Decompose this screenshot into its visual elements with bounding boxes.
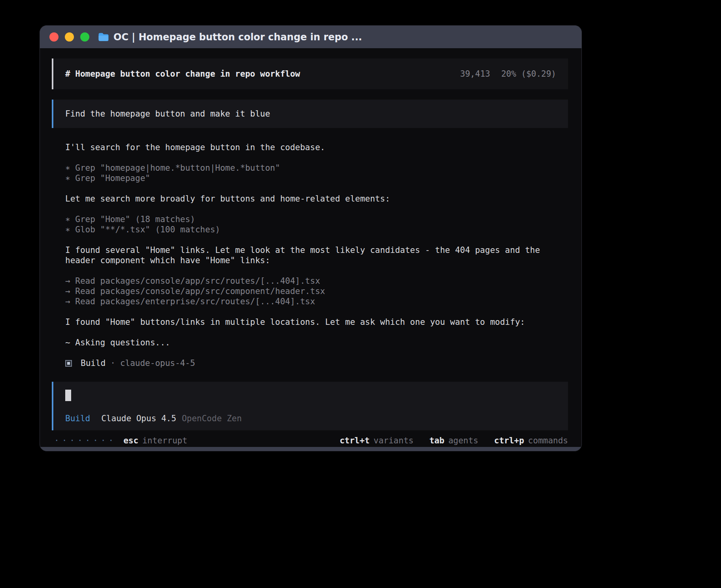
folder-icon — [98, 32, 109, 41]
spinner-dots-icon: ········ — [54, 435, 116, 446]
hint-interrupt: esc interrupt — [123, 435, 187, 446]
text-cursor-block — [65, 390, 71, 401]
hint-agents: tab agents — [429, 435, 478, 446]
hint-label: interrupt — [142, 435, 187, 446]
assistant-text: I'll search for the homepage button in t… — [65, 142, 568, 153]
status-asking-questions: ~ Asking questions... — [65, 337, 568, 348]
window-title: OC | Homepage button color change in rep… — [113, 32, 362, 43]
tool-call-group: ∗ Grep "Home" (18 matches) ∗ Glob "**/*.… — [65, 214, 568, 235]
tool-call-grep: ∗ Grep "homepage|home.*button|Home.*butt… — [65, 163, 568, 173]
terminal-content: # Homepage button color change in repo w… — [40, 48, 581, 447]
hint-label: variants — [374, 435, 413, 446]
tool-call-grep: ∗ Grep "Homepage" — [65, 173, 568, 183]
user-message-text: Find the homepage button and make it blu… — [65, 109, 270, 119]
hint-key: ctrl+t — [340, 435, 370, 446]
close-button[interactable] — [49, 32, 59, 41]
conversation: I'll search for the homepage button in t… — [65, 142, 568, 348]
assistant-text: Let me search more broadly for buttons a… — [65, 194, 568, 204]
user-message: Find the homepage button and make it blu… — [52, 100, 568, 128]
input-provider-label: OpenCode Zen — [182, 414, 242, 423]
hint-commands: ctrl+p commands — [494, 435, 568, 446]
hint-label: commands — [528, 435, 568, 446]
input-mode-label: Build — [65, 414, 90, 423]
session-title: # Homepage button color change in repo w… — [65, 69, 300, 79]
session-stats: 39,413 20% ($0.29) — [460, 69, 556, 79]
session-header: # Homepage button color change in repo w… — [52, 58, 568, 89]
tool-call-glob: ∗ Glob "**/*.tsx" (100 matches) — [65, 224, 568, 235]
context-cost: 20% ($0.29) — [501, 69, 556, 79]
tool-call-read: → Read packages/enterprise/src/routes/[.… — [65, 296, 568, 307]
hint-variants: ctrl+t variants — [340, 435, 413, 446]
tool-call-grep: ∗ Grep "Home" (18 matches) — [65, 214, 568, 224]
agent-status-row: Build · claude-opus-4-5 — [65, 358, 568, 368]
agent-name: Build — [81, 358, 106, 368]
tool-call-read: → Read packages/console/app/src/routes/[… — [65, 276, 568, 286]
window-titlebar[interactable]: OC | Homepage button color change in rep… — [40, 26, 581, 48]
traffic-lights — [49, 32, 89, 41]
tool-call-read: → Read packages/console/app/src/componen… — [65, 286, 568, 296]
hint-key: ctrl+p — [494, 435, 524, 446]
assistant-text: I found several "Home" links. Let me loo… — [65, 245, 568, 266]
token-count: 39,413 — [460, 69, 490, 79]
build-agent-square-icon — [65, 360, 72, 367]
tool-call-group: ∗ Grep "homepage|home.*button|Home.*butt… — [65, 163, 568, 183]
assistant-text: I found "Home" buttons/links in multiple… — [65, 317, 568, 327]
hint-key: esc — [123, 435, 138, 446]
zoom-button[interactable] — [80, 32, 89, 41]
input-model-label: Claude Opus 4.5 — [101, 414, 176, 423]
hint-key: tab — [429, 435, 444, 446]
tool-call-group: → Read packages/console/app/src/routes/[… — [65, 276, 568, 307]
prompt-input[interactable]: Build Claude Opus 4.5 OpenCode Zen — [52, 382, 568, 430]
separator-dot: · — [110, 358, 115, 368]
terminal-window: OC | Homepage button color change in rep… — [40, 25, 582, 451]
input-meta: Build Claude Opus 4.5 OpenCode Zen — [65, 414, 556, 423]
agent-model: claude-opus-4-5 — [120, 358, 195, 368]
status-bar: ········ esc interrupt ctrl+t variants t… — [52, 435, 568, 446]
status-bar-right: ctrl+t variants tab agents ctrl+p comman… — [340, 435, 568, 446]
hint-label: agents — [448, 435, 478, 446]
minimize-button[interactable] — [65, 32, 74, 41]
